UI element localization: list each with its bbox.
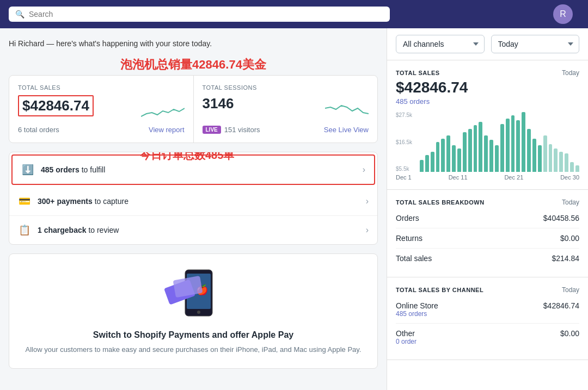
chinese-annotation-1: 泡泡机总销量42846.74美金 — [9, 57, 378, 73]
main-container: Hi Richard — here's what's happening wit… — [0, 28, 588, 390]
right-breakdown-date: Today — [562, 199, 579, 206]
search-bar[interactable]: 🔍 — [9, 7, 390, 22]
right-total-sales-section: TOTAL SALES Today $42846.74 485 orders $… — [387, 60, 588, 190]
bar-20 — [527, 129, 531, 172]
bars-area — [420, 112, 579, 172]
right-breakdown-section: TOTAL SALES BREAKDOWN Today Orders$40458… — [387, 190, 588, 277]
action-payments-text: 300+ payments to capture — [38, 197, 359, 206]
bar-16 — [506, 119, 510, 172]
total-sessions-value: 3146 — [203, 95, 234, 112]
total-sales-value: $42846.74 — [18, 95, 94, 116]
avatar[interactable]: R — [553, 4, 573, 24]
bar-1 — [425, 155, 429, 172]
stats-row: TOTAL SALES $42846.74 6 total orders Vie… — [9, 75, 378, 143]
promo-illustration: 🍎 — [155, 267, 231, 321]
left-panel: Hi Richard — here's what's happening wit… — [0, 28, 387, 390]
total-sales-label: TOTAL SALES — [18, 84, 185, 91]
visitors-text: 151 visitors — [224, 126, 260, 134]
right-breakdown-header: TOTAL SALES BREAKDOWN Today — [396, 199, 579, 206]
orders-chevron-icon: › — [363, 165, 365, 175]
chargeback-chevron-icon: › — [366, 225, 369, 235]
search-icon: 🔍 — [15, 10, 24, 18]
total-sessions-card: TOTAL SESSIONS 3146 LIVE 151 visitors Se… — [193, 76, 378, 143]
breakdown-row: Total sales$214.84 — [396, 249, 579, 268]
x-axis-labels: Dec 1 Dec 11 Dec 21 Dec 30 — [396, 174, 579, 181]
see-live-view-link[interactable]: See Live View — [324, 126, 369, 134]
action-orders-text: 485 orders to fulfill — [41, 165, 356, 174]
bar-25 — [554, 148, 558, 172]
bar-24 — [549, 144, 553, 172]
bar-chart: $27.5k $16.5k $5.5k — [396, 112, 579, 172]
right-channel-title: TOTAL SALES BY CHANNEL — [396, 287, 483, 293]
bar-14 — [495, 145, 499, 172]
right-sales-value: $42846.74 — [396, 79, 579, 96]
bar-28 — [570, 162, 574, 172]
right-channel-header: TOTAL SALES BY CHANNEL Today — [396, 286, 579, 294]
bar-15 — [500, 124, 504, 172]
sessions-sparkline — [325, 97, 369, 119]
bar-7 — [457, 148, 461, 172]
total-sales-footer: 6 total orders View report — [18, 126, 185, 134]
action-item-orders[interactable]: ⬇️ 485 orders to fulfill › — [11, 154, 375, 185]
breakdown-row: Returns$0.00 — [396, 228, 579, 249]
y-axis-labels: $27.5k $16.5k $5.5k — [396, 112, 412, 172]
total-sessions-footer: LIVE 151 visitors See Live View — [203, 126, 369, 134]
greeting-text: Hi Richard — here's what's happening wit… — [9, 39, 378, 48]
promo-description: Allow your customers to make easy and se… — [20, 344, 366, 355]
bar-4 — [441, 139, 445, 172]
channel-select[interactable]: All channels Online Store Other — [396, 35, 485, 53]
right-orders-count: 485 orders — [396, 97, 579, 106]
right-total-sales-header: TOTAL SALES Today — [396, 69, 579, 77]
right-panel: All channels Online Store Other Today Ye… — [387, 28, 588, 390]
view-report-link[interactable]: View report — [149, 126, 185, 134]
sales-sparkline — [141, 97, 185, 119]
bar-0 — [420, 160, 424, 172]
bar-10 — [474, 125, 477, 172]
right-total-sales-title: TOTAL SALES — [396, 70, 440, 76]
search-input[interactable] — [29, 10, 383, 18]
total-orders-text: 6 total orders — [18, 126, 59, 134]
bar-29 — [575, 165, 579, 172]
bar-17 — [511, 115, 515, 172]
total-sessions-value-row: 3146 — [203, 95, 369, 119]
action-items-container: 今日订单总数485单 ⬇️ 485 orders to fulfill › 💳 … — [9, 152, 378, 245]
bar-22 — [538, 145, 542, 172]
date-select[interactable]: Today Yesterday Last 7 days Last 30 days — [491, 35, 580, 53]
bar-21 — [532, 139, 536, 172]
bar-13 — [489, 140, 493, 172]
top-nav: 🔍 R — [0, 0, 588, 28]
bar-23 — [543, 135, 547, 172]
promo-title: Switch to Shopify Payments and offer App… — [20, 330, 366, 340]
bar-27 — [565, 153, 568, 172]
action-item-payments[interactable]: 💳 300+ payments to capture › — [9, 187, 377, 216]
breakdown-row: Orders$40458.56 — [396, 208, 579, 228]
bar-3 — [436, 142, 440, 172]
channel-row: Online Store $42846.74 485 orders — [396, 296, 579, 324]
bar-18 — [516, 120, 520, 172]
total-sales-card: TOTAL SALES $42846.74 6 total orders Vie… — [9, 76, 193, 143]
right-breakdown-title: TOTAL SALES BREAKDOWN — [396, 199, 485, 206]
action-item-chargeback[interactable]: 📋 1 chargeback to review › — [9, 216, 377, 244]
bar-2 — [431, 152, 434, 172]
right-total-sales-date: Today — [562, 69, 579, 77]
svg-point-2 — [197, 311, 200, 314]
right-panel-header: All channels Online Store Other Today Ye… — [387, 28, 588, 60]
total-sessions-label: TOTAL SESSIONS — [203, 84, 369, 91]
breakdown-rows: Orders$40458.56Returns$0.00Total sales$2… — [396, 208, 579, 268]
bar-9 — [468, 129, 472, 172]
bar-12 — [484, 135, 488, 172]
payments-chevron-icon: › — [366, 196, 369, 206]
right-channel-section: TOTAL SALES BY CHANNEL Today Online Stor… — [387, 277, 588, 360]
action-chargeback-text: 1 chargeback to review — [38, 226, 359, 234]
total-sales-value-row: $42846.74 — [18, 95, 185, 119]
chargeback-icon: 📋 — [18, 224, 31, 237]
bar-26 — [559, 152, 563, 172]
bar-19 — [522, 112, 525, 172]
right-channel-date: Today — [562, 286, 579, 294]
bar-5 — [446, 135, 450, 172]
bar-11 — [479, 122, 482, 172]
live-badge: LIVE — [203, 126, 221, 134]
bar-8 — [463, 132, 467, 172]
bar-6 — [452, 145, 456, 172]
promo-svg: 🍎 — [155, 267, 231, 321]
